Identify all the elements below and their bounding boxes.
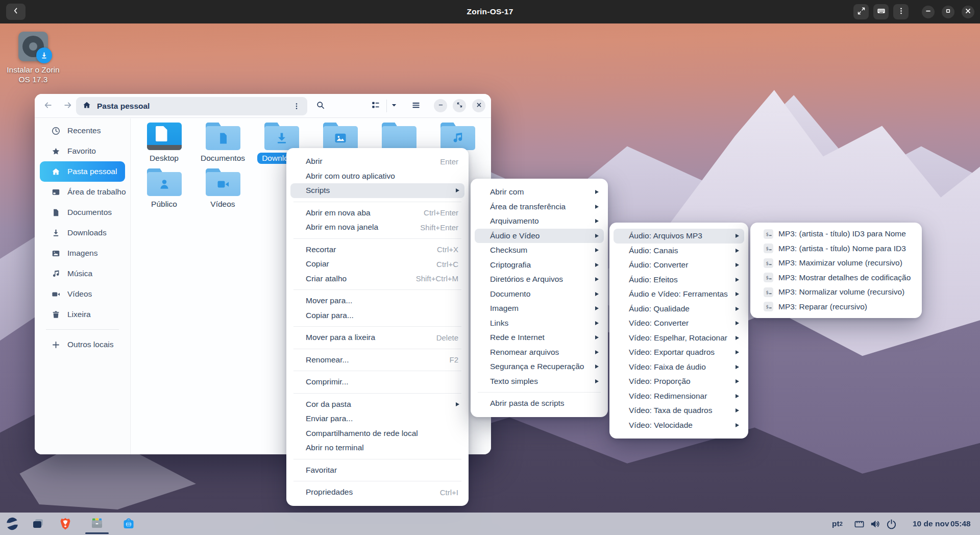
menu-item-mp3-normalizar-volume-recursivo[interactable]: $ MP3: Normalizar volume (recursivo) (754, 285, 918, 300)
taskbar-app-show-desktop[interactable] (31, 517, 45, 531)
view-options-dropdown[interactable] (389, 100, 399, 112)
taskbar-clock[interactable]: 05:48 (950, 513, 971, 535)
menu-item-renomear[interactable]: Renomear... F2 (290, 353, 464, 368)
menu-item-enviar-para[interactable]: Enviar para... (290, 411, 464, 426)
menu-item-rede-e-internet[interactable]: Rede e Internet (475, 330, 604, 345)
menu-item-mp3-reparar-recursivo[interactable]: $ MP3: Reparar (recursivo) (754, 300, 918, 314)
menu-item-favoritar[interactable]: Favoritar (290, 463, 464, 478)
sidebar-item-documentos[interactable]: Documentos (40, 202, 125, 223)
keyboard-layout-indicator[interactable]: pt2 (832, 513, 843, 535)
menu-item-scripts[interactable]: Scripts (290, 183, 464, 198)
search-button[interactable] (314, 100, 327, 112)
menu-item-video-redimensionar[interactable]: Vídeo: Redimensionar (614, 389, 744, 404)
network-icon[interactable] (853, 513, 865, 535)
menu-item-criar-atalho[interactable]: Criar atalho Shift+Ctrl+M (290, 272, 464, 286)
sidebar-item-outros-locais[interactable]: Outros locais (40, 334, 125, 355)
menu-item-audio-e-video-ferramentas[interactable]: Áudio e Vídeo: Ferramentas (614, 287, 744, 302)
menu-item-cor-da-pasta[interactable]: Cor da pasta (290, 397, 464, 412)
menu-item-mp3-maximizar-volume-recursivo[interactable]: $ MP3: Maximizar volume (recursivo) (754, 256, 918, 271)
fullscreen-button[interactable] (853, 4, 869, 19)
sidebar-item-videos[interactable]: Vídeos (40, 284, 125, 304)
menu-item-criptografia[interactable]: Criptografia (475, 258, 604, 273)
view-toggle-button[interactable] (370, 100, 382, 112)
sidebar-item-lixeira[interactable]: Lixeira (40, 304, 125, 325)
nav-back-button[interactable] (42, 100, 54, 112)
taskbar-app-files[interactable] (90, 517, 104, 531)
menu-item-comprimir[interactable]: Comprimir... (290, 375, 464, 390)
keyboard-button[interactable] (873, 4, 889, 19)
menu-item-seguranca-e-recuperacao[interactable]: Segurança e Recuperação (475, 359, 604, 374)
menu-item-audio-e-video[interactable]: Áudio e Vídeo (475, 229, 604, 244)
menu-item-abrir-no-terminal[interactable]: Abrir no terminal (290, 441, 464, 455)
volume-icon[interactable] (869, 513, 881, 535)
menu-item-video-faixa-de-audio[interactable]: Vídeo: Faixa de áudio (614, 360, 744, 375)
menu-item-video-espelhar-rotacionar[interactable]: Vídeo: Espelhar, Rotacionar (614, 331, 744, 346)
sidebar-item-recentes[interactable]: Recentes (40, 120, 125, 141)
vm-minimize-button[interactable] (922, 6, 935, 18)
menu-item-mover-para[interactable]: Mover para... (290, 294, 464, 308)
sidebar-item-musica[interactable]: Música (40, 263, 125, 284)
menu-item-copiar-para[interactable]: Copiar para... (290, 308, 464, 323)
menu-item-video-proporcao[interactable]: Vídeo: Proporção (614, 374, 744, 389)
menu-item-texto-simples[interactable]: Texto simples (475, 374, 604, 389)
taskbar-app-software-store[interactable] (121, 517, 136, 531)
folder-publico[interactable]: Público (135, 168, 193, 213)
power-icon[interactable] (886, 513, 897, 535)
menu-item-abrir-pasta-de-scripts[interactable]: Abrir pasta de scripts (475, 396, 604, 411)
taskbar-app-zorin-menu[interactable] (5, 517, 19, 531)
menu-item-video-taxa-de-quadros[interactable]: Vídeo: Taxa de quadros (614, 403, 744, 418)
taskbar-app-brave-browser[interactable] (58, 517, 72, 531)
menu-item-links[interactable]: Links (475, 316, 604, 331)
vm-back-button[interactable] (6, 4, 26, 20)
menu-item-mp3-mostrar-detalhes-de-codificacao[interactable]: $ MP3: Mostrar detalhes de codificação (754, 271, 918, 285)
installer-desktop-icon[interactable]: Instalar o Zorin OS 17.3 (1, 32, 65, 85)
menu-item-propriedades[interactable]: Propriedades Ctrl+I (290, 485, 464, 500)
folder-desktop[interactable]: Desktop (135, 123, 193, 167)
sidebar-item-area-de-trabalho[interactable]: Área de trabalho (40, 182, 125, 202)
menu-item-checksum[interactable]: Checksum (475, 243, 604, 258)
menu-item-recortar[interactable]: Recortar Ctrl+X (290, 242, 464, 257)
menu-item-renomear-arquivos[interactable]: Renomear arquivos (475, 345, 604, 360)
menu-item-diretorios-e-arquivos[interactable]: Diretórios e Arquivos (475, 272, 604, 287)
vm-close-button[interactable] (962, 6, 974, 18)
breadcrumb[interactable]: Pasta pessoal (76, 97, 307, 115)
sidebar-item-pasta-pessoal[interactable]: Pasta pessoal (40, 161, 125, 182)
path-menu-button[interactable] (292, 102, 301, 111)
menu-item-abrir-com-outro-aplicativo[interactable]: Abrir com outro aplicativo (290, 169, 464, 184)
menu-item-abrir-com[interactable]: Abrir com (475, 185, 604, 200)
menu-item-imagem[interactable]: Imagem (475, 301, 604, 316)
menu-item-area-de-transferencia[interactable]: Área de transferência (475, 200, 604, 214)
vm-maximize-button[interactable] (942, 6, 954, 18)
menu-item-compartilhamento-de-rede-local[interactable]: Compartilhamento de rede local (290, 426, 464, 441)
window-close-button[interactable] (472, 99, 485, 112)
menu-item-mp3-artista-titulo-id3-para-nome[interactable]: $ MP3: (artista - título) ID3 para Nome (754, 227, 918, 241)
menu-item-mp3-artista-titulo-nome-para-id3[interactable]: $ MP3: (artista - título) Nome para ID3 (754, 241, 918, 256)
menu-item-audio-canais[interactable]: Áudio: Canais (614, 244, 744, 258)
menu-item-audio-converter[interactable]: Áudio: Converter (614, 258, 744, 273)
menu-item-audio-efeitos[interactable]: Áudio: Efeitos (614, 273, 744, 287)
folder-documentos[interactable]: Documentos (193, 123, 252, 167)
taskbar-date[interactable]: 10 de nov (913, 513, 949, 535)
menu-item-video-velocidade[interactable]: Vídeo: Velocidade (614, 418, 744, 433)
window-maximize-button[interactable] (453, 99, 466, 112)
app-menu-button[interactable] (410, 100, 422, 112)
sidebar-item-imagens[interactable]: Imagens (40, 243, 125, 263)
menu-item-abrir-em-nova-janela[interactable]: Abrir em nova janela Shift+Enter (290, 220, 464, 235)
nav-forward-button[interactable] (62, 100, 74, 112)
menu-item-video-exportar-quadros[interactable]: Vídeo: Exportar quadros (614, 345, 744, 360)
sidebar-item-downloads[interactable]: Downloads (40, 223, 125, 243)
menu-item-audio-qualidade[interactable]: Áudio: Qualidade (614, 302, 744, 317)
menu-item-documento[interactable]: Documento (475, 287, 604, 302)
menu-item-arquivamento[interactable]: Arquivamento (475, 214, 604, 229)
menu-item-mover-para-a-lixeira[interactable]: Mover para a lixeira Delete (290, 330, 464, 345)
sidebar-item-favorito[interactable]: Favorito (40, 141, 125, 161)
grid-view-icon (371, 100, 381, 112)
menu-item-audio-arquivos-mp3[interactable]: Áudio: Arquivos MP3 (614, 229, 744, 244)
window-minimize-button[interactable] (434, 99, 447, 112)
menu-item-abrir-em-nova-aba[interactable]: Abrir em nova aba Ctrl+Enter (290, 206, 464, 221)
folder-videos[interactable]: Vídeos (193, 168, 252, 213)
menu-item-abrir[interactable]: Abrir Enter (290, 154, 464, 169)
menu-item-copiar[interactable]: Copiar Ctrl+C (290, 257, 464, 272)
vm-menu-button[interactable] (893, 4, 909, 19)
menu-item-video-converter[interactable]: Vídeo: Converter (614, 316, 744, 331)
